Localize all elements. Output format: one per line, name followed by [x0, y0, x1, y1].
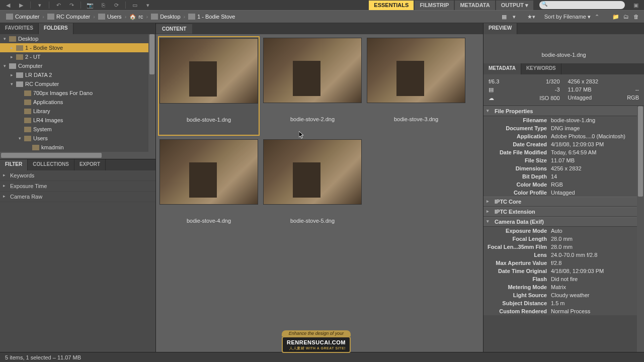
thumbnail-label: bodie-stove-1.dng — [159, 105, 259, 123]
tree-item[interactable]: ▸1 - Bodie Stove — [0, 43, 148, 52]
tab-content[interactable]: CONTENT — [156, 24, 192, 34]
open-icon[interactable]: ▭ — [129, 1, 141, 9]
filter-item[interactable]: Exposure Time — [0, 181, 155, 192]
left-panel: FAVORITES FOLDERS ▾Desktop▸1 - Bodie Sto… — [0, 23, 156, 352]
crumb-computer[interactable]: Computer — [4, 14, 41, 20]
thumbnail-image — [263, 139, 362, 205]
right-panel: PREVIEW bodie-stove-1.dng METADATA KEYWO… — [483, 23, 644, 352]
thumbnail-label: bodie-stove-2.dng — [262, 104, 363, 122]
metadata-row: Date Time Original4/18/08, 12:09:03 PM — [484, 267, 637, 275]
tree-item[interactable]: Library — [0, 107, 148, 116]
filter-list: KeywordsExposure TimeCamera Raw — [0, 170, 155, 202]
workspace-filmstrip[interactable]: FILMSTRIP — [415, 1, 454, 10]
workspace-output[interactable]: OUTPUT ▾ — [496, 1, 533, 10]
tree-item[interactable]: LR4 Images — [0, 116, 148, 125]
thumbnail[interactable]: bodie-stove-4.dng — [158, 138, 260, 237]
metadata-sections: File PropertiesFilenamebodie-stove-1.dng… — [484, 106, 637, 352]
tab-collections[interactable]: COLLECTIONS — [28, 159, 74, 170]
tree-item[interactable]: System — [0, 125, 148, 134]
metadata-row: Document TypeDNG image — [484, 124, 637, 132]
metadata-row: Light SourceCloudy weather — [484, 291, 637, 299]
preview-filename: bodie-stove-1.dng — [541, 52, 586, 58]
grid-view-icon[interactable]: ▦ — [500, 13, 508, 20]
content-panel: CONTENT bodie-stove-1.dngbodie-stove-2.d… — [156, 23, 483, 352]
thumbnail-label: bodie-stove-4.dng — [158, 206, 259, 224]
main-toolbar: ◀ ▶ ▾ ↶ ↷ 📷 ⎘ ⟳ ▭ ▾ ESSENTIALS FILMSTRIP… — [0, 0, 644, 10]
section-header[interactable]: File Properties — [484, 106, 637, 116]
metadata-row: Color ProfileUntagged — [484, 189, 637, 197]
crumb-desktop[interactable]: Desktop — [149, 14, 182, 20]
forward-button[interactable]: ▶ — [15, 1, 27, 9]
tree-item[interactable]: Applications — [0, 98, 148, 107]
thumbnail[interactable]: bodie-stove-5.dng — [262, 138, 363, 237]
reveal-button[interactable]: ▾ — [34, 1, 46, 9]
search-input[interactable] — [539, 1, 625, 9]
metadata-scrollbar[interactable] — [637, 106, 644, 352]
tab-preview[interactable]: PREVIEW — [484, 23, 517, 34]
section-header[interactable]: IPTC Core — [484, 197, 637, 207]
new-folder-icon[interactable]: 📁 — [612, 13, 620, 20]
copy-icon[interactable]: ⎘ — [97, 1, 109, 9]
metadata-row: Metering ModeMatrix — [484, 283, 637, 291]
metadata-row: ApplicationAdobe Photos....0 (Macintosh) — [484, 132, 637, 140]
view-options-icon[interactable]: ▾ — [510, 13, 518, 20]
section-header[interactable]: Camera Data (Exif) — [484, 217, 637, 227]
compact-mode-icon[interactable]: ▣ — [630, 1, 642, 9]
tab-export[interactable]: EXPORT — [74, 159, 106, 170]
thumbnail-image — [159, 139, 258, 205]
tab-filter[interactable]: FILTER — [0, 159, 28, 170]
tab-folders[interactable]: FOLDERS — [39, 23, 73, 34]
thumbnail[interactable]: bodie-stove-2.dng — [262, 36, 363, 136]
tree-item[interactable]: ▸LR DATA 2 — [0, 70, 148, 79]
tree-item[interactable]: ▾Computer — [0, 61, 148, 70]
filter-item[interactable]: Keywords — [0, 170, 155, 181]
crumb-rc[interactable]: 🏠rc — [127, 14, 145, 20]
tab-metadata[interactable]: METADATA — [484, 63, 521, 74]
crumb-current[interactable]: 1 - Bodie Stove — [186, 14, 237, 20]
status-text: 5 items, 1 selected – 11.07 MB — [5, 354, 81, 360]
sort-dropdown[interactable]: Sort by Filename ▾ — [544, 14, 591, 20]
tree-scrollbar[interactable] — [148, 34, 155, 152]
thumbnail[interactable]: bodie-stove-1.dng — [158, 36, 260, 136]
refresh-icon[interactable]: ⟳ — [110, 1, 122, 9]
tree-hscrollbar[interactable] — [0, 152, 155, 159]
crumb-rc-computer[interactable]: RC Computer — [45, 14, 92, 20]
more-icon[interactable]: ▾ — [142, 1, 154, 9]
sort-direction-icon[interactable]: ⌃ — [593, 13, 601, 20]
thumbnail-image — [159, 38, 258, 104]
metadata-row: Color ModeRGB — [484, 180, 637, 189]
metadata-row: Exposure ModeAuto — [484, 227, 637, 235]
tree-item[interactable]: ▾Desktop — [0, 34, 148, 43]
metadata-row: File Size11.07 MB — [484, 156, 637, 164]
trash-icon[interactable]: 🗑 — [632, 13, 640, 20]
rotate-ccw-button[interactable]: ↶ — [52, 1, 64, 9]
meter-icon: ▤ — [489, 86, 494, 93]
workspace-tabs: ESSENTIALS FILMSTRIP METADATA OUTPUT ▾ — [369, 1, 533, 10]
workspace-metadata[interactable]: METADATA — [455, 1, 495, 10]
tree-item[interactable]: 700px Images For Dano — [0, 88, 148, 98]
tab-favorites[interactable]: FAVORITES — [0, 23, 39, 34]
filter-item[interactable]: Camera Raw — [0, 192, 155, 202]
tab-keywords[interactable]: KEYWORDS — [521, 63, 561, 74]
preview-area: bodie-stove-1.dng — [484, 34, 644, 63]
workspace-essentials[interactable]: ESSENTIALS — [369, 1, 414, 10]
rotate-cw-button[interactable]: ↷ — [65, 1, 77, 9]
star-filter-icon[interactable]: ★▾ — [527, 13, 535, 20]
metadata-row: FlashDid not fire — [484, 275, 637, 283]
back-button[interactable]: ◀ — [2, 1, 14, 9]
thumbnail-grid[interactable]: bodie-stove-1.dngbodie-stove-2.dngbodie-… — [156, 34, 483, 352]
open-recent-icon[interactable]: 🗂 — [622, 13, 630, 20]
metadata-row: Lens24.0-70.0 mm f/2.8 — [484, 251, 637, 259]
section-header[interactable]: IPTC Extension — [484, 207, 637, 217]
metadata-row: Filenamebodie-stove-1.dng — [484, 116, 637, 124]
path-bar: Computer› RC Computer› Users› 🏠rc› Deskt… — [0, 10, 644, 23]
tree-item[interactable]: kmadmin — [0, 143, 148, 152]
thumbnail[interactable]: bodie-stove-3.dng — [365, 36, 467, 136]
metadata-row: Date File ModifiedToday, 6:54:59 AM — [484, 148, 637, 156]
crumb-users[interactable]: Users — [96, 14, 124, 20]
tree-item[interactable]: ▾RC Computer — [0, 79, 148, 88]
folder-tree[interactable]: ▾Desktop▸1 - Bodie Stove▸2 - UT▾Computer… — [0, 34, 148, 152]
tree-item[interactable]: ▾Users — [0, 134, 148, 143]
camera-icon[interactable]: 📷 — [84, 1, 96, 9]
tree-item[interactable]: ▸2 - UT — [0, 52, 148, 61]
